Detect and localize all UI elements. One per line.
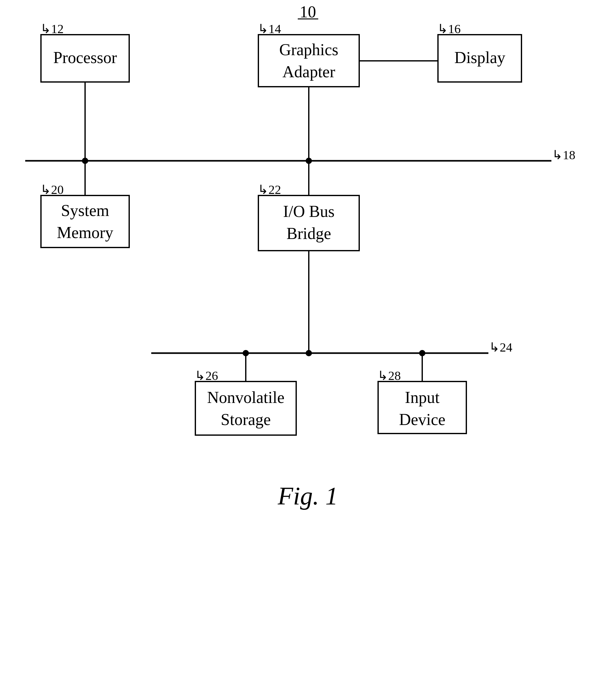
processor-label: Processor	[53, 48, 117, 66]
system-memory-label-2: Memory	[57, 223, 113, 241]
io-bus-ref: ↳24	[489, 340, 512, 354]
display-ref: ↳16	[437, 22, 461, 36]
io-bus-bridge-label-2: Bridge	[286, 224, 331, 242]
system-bus-ref: ↳18	[552, 148, 575, 162]
nonvolatile-storage-label-1: Nonvolatile	[207, 389, 285, 407]
diagram-container: 10 ↳12 Processor ↳14 Graphics Adapter ↳1…	[0, 0, 616, 693]
input-device-label-2: Device	[399, 411, 445, 429]
svg-point-13	[419, 350, 425, 356]
graphics-adapter-ref: ↳14	[258, 22, 281, 36]
graphics-adapter-label-2: Adapter	[282, 63, 335, 81]
diagram-title: 10	[300, 3, 316, 21]
processor-ref: ↳12	[40, 22, 64, 36]
svg-point-9	[306, 350, 312, 356]
input-device-label-1: Input	[405, 389, 439, 407]
svg-point-11	[243, 350, 249, 356]
io-bus-bridge-ref: ↳22	[258, 182, 281, 197]
system-memory-ref: ↳20	[40, 182, 64, 197]
input-device-ref: ↳28	[377, 369, 401, 383]
io-bus-bridge-label-1: I/O Bus	[283, 202, 334, 220]
figure-label: Fig. 1	[277, 482, 338, 510]
graphics-adapter-label-1: Graphics	[279, 41, 338, 59]
nonvolatile-storage-ref: ↳26	[195, 369, 218, 383]
nonvolatile-storage-label-2: Storage	[221, 411, 271, 429]
system-memory-label-1: System	[61, 201, 109, 219]
display-label: Display	[454, 48, 506, 66]
